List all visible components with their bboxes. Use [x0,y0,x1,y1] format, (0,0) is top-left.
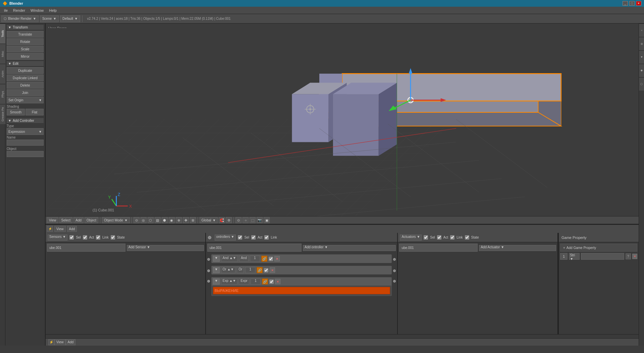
overlay-icon[interactable]: ⬚ [250,217,256,223]
controller-and-type-select[interactable]: And ▲▼ [221,256,238,262]
ctrl3-left-dot[interactable] [207,280,210,283]
controller-exp-num[interactable]: 1 [251,279,261,285]
duplicate-linked-button[interactable]: Duplicate Linked [7,74,44,81]
set-origin-select[interactable]: Set Origin ▼ [7,97,44,103]
controller-or-label-select[interactable]: Or [237,267,244,273]
edit-section-header[interactable]: ▼ Edit [7,61,44,66]
right-tab-2[interactable]: ⚙ [639,37,644,50]
smooth-button[interactable]: Smooth [7,109,25,115]
controller-or-num[interactable]: 1 [245,267,255,273]
minimize-button[interactable]: _ [623,1,628,6]
sensors-type-select[interactable]: Sensors ▼ [48,235,67,241]
transform-select[interactable]: Global ▼ [200,217,218,223]
controllers-act-check[interactable] [251,235,256,240]
close-button[interactable]: ✕ [636,1,641,6]
snap-settings-icon[interactable]: ⚙ [226,217,232,223]
controller-or-collapse[interactable]: ▼ [213,267,220,273]
display-icon[interactable]: ▣ [264,217,270,223]
menu-window[interactable]: Window [28,8,46,13]
controller-exp-close[interactable]: ✕ [275,279,280,284]
right-tab-3[interactable]: ▲ [639,50,644,64]
right-tab-1[interactable]: + [639,23,644,37]
join-button[interactable]: Join [7,89,44,96]
delete-button[interactable]: Delete [7,82,44,89]
logic-view-btn[interactable]: View [54,226,66,232]
controller-and-close[interactable]: ✕ [274,256,280,261]
controllers-add-select[interactable]: Add ontroller ▼ [303,245,396,251]
viewport-icon-4[interactable]: ▧ [155,217,161,223]
actuators-link-check[interactable] [450,235,454,240]
menu-file[interactable]: ile [1,8,10,13]
controller-exp-check[interactable] [269,280,274,284]
actuators-type-select[interactable]: Actuators ▼ [400,235,422,241]
sensors-add-select[interactable]: Add Sensor ▼ [127,245,204,251]
layout-select[interactable]: Default ▼ [60,15,80,22]
viewport-icon-2[interactable]: ◎ [141,217,147,223]
sensors-state-check[interactable] [111,235,115,240]
tab-grease[interactable]: Grease Pe [0,104,5,124]
controllers-type-select[interactable]: ontrollers ▼ [215,235,236,241]
rotate-button[interactable]: Rotate [7,38,44,45]
controller-and-icon[interactable]: 🔗 [261,256,267,262]
viewport-icon-5[interactable]: ⬢ [162,217,168,223]
controller-section-header[interactable]: ▼ Add Controller [7,118,44,123]
ctrl1-left-dot[interactable] [207,258,210,261]
controller-or-icon[interactable]: 🔗 [257,267,263,273]
tab-tools[interactable]: Tools [0,23,5,44]
object-input[interactable] [7,151,44,157]
add-menu-btn[interactable]: Add [73,217,84,223]
tab-phys[interactable]: Phys [0,84,5,104]
add-game-property-button[interactable]: + Add Game Property [560,244,637,252]
ctrl2-right-dot[interactable] [393,269,396,272]
mode-select[interactable]: Object Mode ▼ [102,217,130,223]
flat-button[interactable]: Flat [25,109,44,115]
sensors-link-check[interactable] [96,235,100,240]
controller-exp-icon[interactable]: 🔗 [262,279,268,285]
controller-and-check[interactable] [269,257,273,261]
scale-button[interactable]: Scale [7,46,44,52]
menu-help[interactable]: Help [46,8,59,13]
proportional-icon[interactable]: ⊙ [235,217,241,223]
sensors-sel-check[interactable] [69,235,74,240]
object-menu-btn[interactable]: Object [85,217,98,223]
right-tab-4[interactable]: ◆ [639,64,644,77]
logic-scrollbar[interactable] [46,334,639,338]
sensors-act-check[interactable] [83,235,87,240]
duplicate-button[interactable]: Duplicate [7,67,44,74]
controller-and-collapse[interactable]: ▼ [213,256,220,262]
menu-render[interactable]: Render [10,8,28,13]
viewport-icon-3[interactable]: ⬡ [148,217,154,223]
expression-field[interactable]: ВЫРАЖЕНИЕ [213,287,390,294]
translate-button[interactable]: Translate [7,31,44,38]
actuators-state-check[interactable] [465,235,469,240]
controller-and-num[interactable]: 1 [250,256,260,262]
logic-add-btn[interactable]: Add [67,226,77,232]
actuators-act-check[interactable] [437,235,441,240]
tab-anim[interactable]: Anim [0,64,5,84]
viewport-3d[interactable]: User Persp [46,23,639,224]
ctrl1-right-dot[interactable] [393,258,396,261]
type-select[interactable]: Expression ▼ [7,128,44,135]
tab-misc[interactable]: Misc [0,44,5,64]
right-tab-5[interactable]: ⬡ [639,77,644,91]
controllers-sel-check[interactable] [238,235,242,240]
snap-icon[interactable]: 🧲 [219,217,225,223]
controller-and-label-select[interactable]: And [239,256,249,262]
actuators-add-select[interactable]: Add Actuator ▼ [479,245,556,251]
prop-info-btn-1[interactable]: ? [626,253,631,259]
mirror-button[interactable]: Mirror [7,53,44,60]
viewport-icon-7[interactable]: ⊕ [176,217,182,223]
controller-or-close[interactable]: ✕ [270,267,275,273]
viewport-icon-8[interactable]: ✤ [183,217,189,223]
status-add-btn[interactable]: Add [66,339,76,345]
view-menu-btn[interactable]: View [47,217,58,223]
prop-name-input-1[interactable] [581,253,624,260]
viewport-icon-1[interactable]: ⊙ [133,217,140,223]
controller-exp-label-select[interactable]: Expr [239,279,249,285]
viewport-icon-6[interactable]: ◉ [169,217,175,223]
controllers-left-connector[interactable] [208,236,211,239]
proportional2-icon[interactable]: ○ [243,217,249,223]
status-view-btn[interactable]: View [54,339,66,345]
name-input[interactable] [7,140,44,146]
transform-section-header[interactable]: ▼ Transform [7,25,44,30]
